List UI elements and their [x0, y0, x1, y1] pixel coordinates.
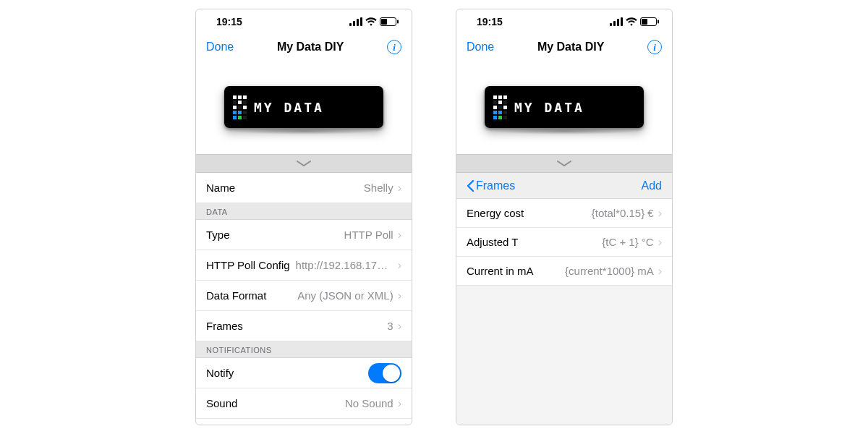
wifi-icon [626, 17, 637, 26]
row-type-value: HTTP Poll [236, 229, 393, 241]
done-button[interactable]: Done [206, 41, 234, 54]
status-icons [349, 17, 399, 26]
battery-icon [380, 17, 399, 26]
row-name[interactable]: Name Shelly› [196, 173, 412, 203]
row-type[interactable]: Type HTTP Poll› [196, 220, 412, 250]
row-sound-label: Sound [206, 397, 237, 409]
chevron-right-icon: › [398, 397, 401, 410]
device-text: MY DATA [514, 100, 584, 115]
back-button[interactable]: Frames [467, 179, 515, 192]
frame-row-2[interactable]: Current in mA {current*1000} mA› [456, 257, 672, 286]
chevron-right-icon: › [658, 265, 662, 278]
svg-rect-8 [613, 21, 616, 26]
signal-icon [610, 17, 623, 26]
row-http-label: HTTP Poll Config [206, 259, 290, 271]
app-pixel-icon [493, 95, 507, 119]
collapse-handle[interactable] [456, 154, 672, 173]
page-title: My Data DIY [537, 41, 604, 54]
add-button[interactable]: Add [642, 179, 662, 192]
frame-row-label: Current in mA [467, 265, 534, 277]
status-bar: 19:15 [456, 9, 672, 34]
phone-left: 19:15 Done My Data DIY i MY DATA Name Sh… [195, 9, 412, 425]
chevron-right-icon: › [398, 229, 401, 242]
device-preview: MY DATA [456, 60, 672, 154]
row-frames-label: Frames [206, 320, 243, 332]
chevron-down-icon [296, 160, 312, 167]
svg-rect-13 [642, 19, 647, 25]
row-sound[interactable]: Sound No Sound› [196, 388, 412, 419]
row-notify-label: Notify [206, 367, 234, 379]
status-icons [610, 17, 659, 26]
row-frames[interactable]: Frames 3› [196, 311, 412, 341]
device-text: MY DATA [254, 100, 324, 115]
frame-row-1[interactable]: Adjusted T {tC + 1} °C› [456, 228, 672, 257]
chevron-right-icon: › [398, 320, 401, 333]
app-pixel-icon [233, 95, 247, 119]
section-notifications: NOTIFICATIONS [196, 341, 412, 358]
chevron-right-icon: › [658, 236, 662, 249]
lametric-device: MY DATA [485, 86, 644, 128]
svg-rect-12 [658, 20, 659, 24]
status-time: 19:15 [477, 16, 503, 27]
row-http-value: http://192.168.170.84/rpc/… [296, 259, 393, 271]
row-name-value: Shelly [241, 182, 393, 194]
section-data: DATA [196, 203, 412, 220]
chevron-right-icon: › [398, 182, 401, 195]
done-button[interactable]: Done [467, 41, 494, 54]
info-icon[interactable]: i [647, 40, 662, 54]
empty-area [456, 286, 672, 425]
row-format-value: Any (JSON or XML) [272, 289, 393, 302]
collapse-handle[interactable] [196, 154, 412, 173]
svg-rect-5 [397, 20, 399, 24]
frame-row-value: {total*0.15} € [529, 207, 653, 219]
phone-right: 19:15 Done My Data DIY i MY DATA Frames [456, 9, 673, 425]
page-title: My Data DIY [277, 41, 344, 54]
row-frames-value: 3 [249, 320, 393, 332]
status-bar: 19:15 [196, 9, 412, 34]
nav-bar: Done My Data DIY i [196, 34, 412, 60]
signal-icon [349, 17, 362, 26]
chevron-down-icon [556, 160, 572, 167]
chevron-left-icon [467, 179, 475, 192]
row-sound-value: No Sound [243, 397, 393, 409]
row-data-format[interactable]: Data Format Any (JSON or XML)› [196, 281, 412, 311]
svg-rect-7 [610, 23, 612, 26]
frame-row-value: {current*1000} mA [540, 265, 654, 277]
svg-rect-2 [357, 19, 359, 26]
frames-nav: Frames Add [456, 173, 672, 199]
back-label: Frames [476, 179, 515, 192]
svg-rect-10 [621, 17, 623, 26]
wifi-icon [365, 17, 377, 26]
row-http-config[interactable]: HTTP Poll Config http://192.168.170.84/r… [196, 250, 412, 281]
row-format-label: Data Format [206, 289, 266, 302]
row-notify: Notify [196, 358, 412, 388]
row-type-label: Type [206, 229, 230, 241]
frame-row-label: Adjusted T [467, 236, 518, 248]
svg-rect-1 [353, 21, 355, 26]
chevron-right-icon: › [658, 207, 662, 220]
row-name-label: Name [206, 182, 235, 194]
chevron-right-icon: › [398, 259, 401, 272]
device-preview: MY DATA [196, 60, 412, 154]
battery-icon [640, 17, 659, 26]
svg-rect-3 [360, 17, 362, 26]
nav-bar: Done My Data DIY i [456, 34, 672, 60]
status-time: 19:15 [216, 16, 242, 27]
frame-row-value: {tC + 1} °C [524, 236, 653, 248]
svg-rect-0 [349, 23, 352, 26]
chevron-right-icon: › [398, 289, 401, 302]
frame-row-0[interactable]: Energy cost {total*0.15} €› [456, 199, 672, 228]
svg-rect-6 [381, 19, 387, 25]
svg-rect-9 [617, 19, 619, 26]
info-icon[interactable]: i [387, 40, 401, 54]
notify-toggle[interactable] [368, 363, 401, 383]
lametric-device: MY DATA [224, 86, 383, 128]
frame-row-label: Energy cost [467, 207, 524, 219]
